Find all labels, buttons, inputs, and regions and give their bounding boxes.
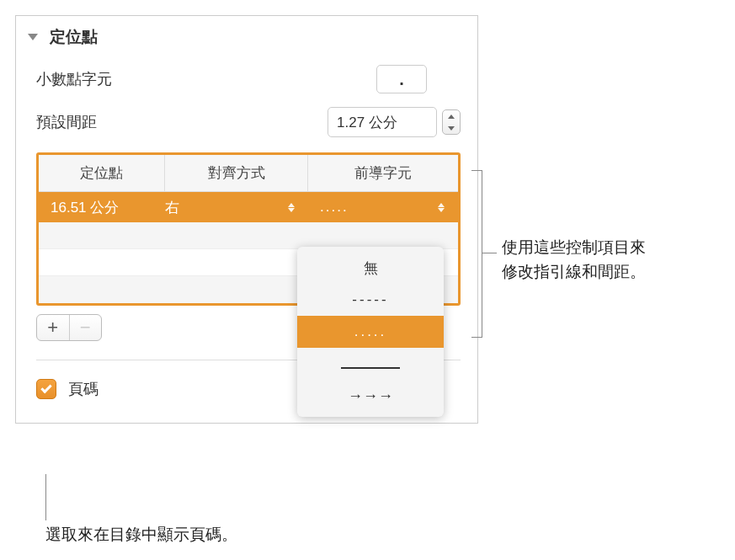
stepper-up-icon[interactable] (443, 110, 460, 122)
decimal-input[interactable]: . (376, 65, 427, 93)
callout-line2: 修改指引線和間距。 (502, 260, 646, 285)
add-remove-control: + − (36, 314, 102, 341)
callout-line (471, 337, 482, 338)
cell-leader[interactable]: ..... (308, 199, 458, 216)
spacing-row: 預設間距 1.27 公分 (16, 102, 477, 146)
updown-icon (288, 203, 295, 212)
section-header[interactable]: 定位點 (16, 16, 477, 60)
check-icon (40, 382, 51, 393)
spacing-label: 預設間距 (36, 112, 97, 132)
stepper-down-icon[interactable] (443, 122, 460, 134)
leader-option-dots[interactable]: ..... (297, 316, 444, 348)
leader-value: ..... (320, 199, 349, 216)
cell-alignment[interactable]: 右 (165, 198, 308, 217)
decimal-row: 小數點字元 . (16, 60, 477, 102)
table-header-row: 定位點 對齊方式 前導字元 (39, 155, 458, 192)
leader-option-arrows[interactable]: →→→ (297, 380, 444, 412)
leader-option-underline[interactable] (297, 348, 444, 380)
callout-line (482, 170, 482, 338)
alignment-value: 右 (165, 198, 179, 217)
spacing-stepper[interactable] (442, 109, 461, 135)
remove-button[interactable]: − (70, 315, 102, 340)
table-row[interactable] (39, 222, 458, 249)
decimal-label: 小數點字元 (36, 69, 112, 89)
leader-option-none[interactable]: 無 (297, 252, 444, 284)
leader-option-dashes[interactable]: ----- (297, 284, 444, 316)
th-leader[interactable]: 前導字元 (308, 155, 458, 191)
callout-line1: 使用這些控制項目來 (502, 236, 646, 260)
th-tabstop[interactable]: 定位點 (39, 155, 165, 191)
page-number-label: 頁碼 (68, 379, 99, 399)
callout-controls-text: 使用這些控制項目來 修改指引線和間距。 (502, 236, 646, 284)
callout-line (471, 170, 482, 171)
chevron-down-icon (28, 34, 38, 40)
section-title: 定位點 (50, 26, 98, 48)
page-number-checkbox[interactable] (36, 379, 56, 399)
callout-line (482, 253, 497, 253)
spacing-control: 1.27 公分 (328, 107, 461, 137)
callout-checkbox-text: 選取來在目錄中顯示頁碼。 (45, 524, 237, 546)
callout-line (45, 474, 46, 520)
add-button[interactable]: + (37, 315, 70, 340)
th-alignment[interactable]: 對齊方式 (165, 155, 308, 191)
leader-dropdown: 無 ----- ..... →→→ (297, 247, 444, 417)
updown-icon (438, 203, 445, 212)
cell-tabstop[interactable]: 16.51 公分 (39, 198, 165, 217)
spacing-input[interactable]: 1.27 公分 (328, 107, 437, 137)
table-row[interactable]: 16.51 公分 右 ..... (39, 192, 458, 222)
